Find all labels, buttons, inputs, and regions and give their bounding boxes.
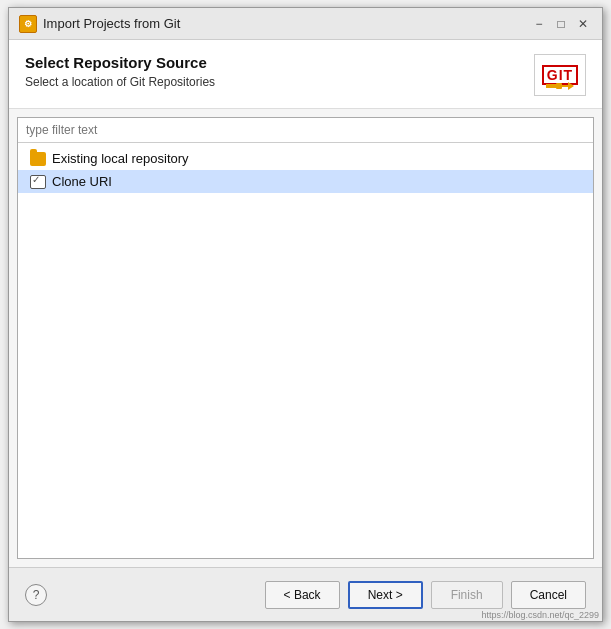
finish-button: Finish — [431, 581, 503, 609]
list-item-clone-uri[interactable]: Clone URI — [18, 170, 593, 193]
folder-icon — [30, 152, 46, 166]
close-button[interactable]: ✕ — [574, 15, 592, 33]
title-bar-left: ⚙ Import Projects from Git — [19, 15, 180, 33]
list-item-label: Clone URI — [52, 174, 112, 189]
next-button[interactable]: Next > — [348, 581, 423, 609]
dialog-title: Import Projects from Git — [43, 16, 180, 31]
app-icon: ⚙ — [19, 15, 37, 33]
clone-icon — [30, 175, 46, 189]
title-bar: ⚙ Import Projects from Git − □ ✕ — [9, 8, 602, 40]
bottom-buttons: < Back Next > Finish Cancel — [265, 581, 586, 609]
git-logo: GIT — [534, 54, 586, 96]
back-button[interactable]: < Back — [265, 581, 340, 609]
git-logo-arrow — [546, 81, 574, 91]
cancel-button[interactable]: Cancel — [511, 581, 586, 609]
list-area: Existing local repository Clone URI — [18, 143, 593, 558]
list-item-existing-local[interactable]: Existing local repository — [18, 147, 593, 170]
svg-marker-3 — [568, 82, 574, 90]
filter-input[interactable] — [18, 118, 593, 143]
list-item-label: Existing local repository — [52, 151, 189, 166]
minimize-button[interactable]: − — [530, 15, 548, 33]
title-controls: − □ ✕ — [530, 15, 592, 33]
content-area: Existing local repository Clone URI — [17, 117, 594, 559]
help-button[interactable]: ? — [25, 584, 47, 606]
watermark: https://blog.csdn.net/qc_2299 — [481, 610, 599, 620]
dialog: ⚙ Import Projects from Git − □ ✕ Select … — [8, 7, 603, 622]
bottom-left: ? — [25, 584, 47, 606]
header-section: Select Repository Source Select a locati… — [9, 40, 602, 109]
header-text: Select Repository Source Select a locati… — [25, 54, 215, 89]
page-subtitle: Select a location of Git Repositories — [25, 75, 215, 89]
page-heading: Select Repository Source — [25, 54, 215, 71]
maximize-button[interactable]: □ — [552, 15, 570, 33]
